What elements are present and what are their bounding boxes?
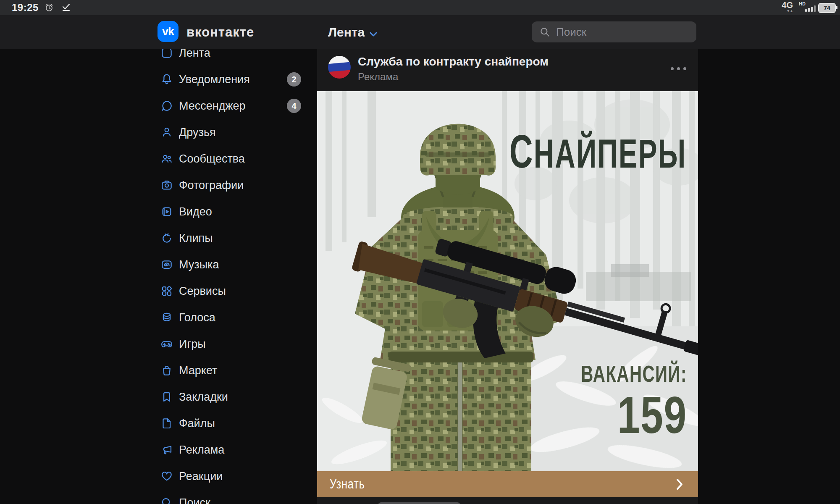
messenger-badge: 4 xyxy=(287,99,301,113)
status-bar: 19:25 4G ▼▲ HD 74 xyxy=(0,0,840,15)
sidebar-item-video[interactable]: Видео xyxy=(160,200,303,223)
sidebar-item-files[interactable]: Файлы xyxy=(160,412,303,435)
sidebar-item-label: Маркет xyxy=(179,364,217,377)
file-icon xyxy=(160,417,173,430)
sponsored-post: Служба по контракту снайпером Реклама xyxy=(317,49,698,504)
sidebar-item-label: Файлы xyxy=(179,417,215,430)
photos-icon xyxy=(160,179,173,192)
video-icon xyxy=(160,205,173,218)
chevron-down-icon[interactable] xyxy=(369,31,378,38)
feed-title-dropdown[interactable]: Лента xyxy=(328,25,365,39)
messenger-icon xyxy=(160,100,173,112)
friends-icon xyxy=(160,126,173,139)
sidebar-item-votes[interactable]: Голоса xyxy=(160,306,303,329)
sidebar-item-label: Видео xyxy=(179,205,212,218)
vk-logo-icon[interactable]: vk xyxy=(158,21,178,42)
sidebar-item-label: Реакции xyxy=(179,470,223,483)
gamepad-icon xyxy=(160,338,173,350)
check-underline-icon xyxy=(61,3,71,12)
notifications-badge: 2 xyxy=(287,72,301,87)
sidebar-item-bookmarks[interactable]: Закладки xyxy=(160,385,303,409)
sidebar-item-label: Уведомления xyxy=(179,73,250,86)
clock-time: 19:25 xyxy=(12,2,39,13)
cta-label: Узнать xyxy=(330,477,365,492)
sidebar-item-friends[interactable]: Друзья xyxy=(160,121,303,144)
hd-label: HD xyxy=(799,1,806,6)
ad-vacancies: ВАКАНСИЙ: 159 xyxy=(540,360,687,441)
sidebar-item-label: Голоса xyxy=(179,311,215,324)
top-bar: vk вконтакте Лента xyxy=(0,15,840,49)
sidebar-item-label: Игры xyxy=(179,338,206,351)
sidebar-item-services[interactable]: Сервисы xyxy=(160,279,303,303)
music-icon xyxy=(160,258,173,271)
vk-logo-wordmark[interactable]: вконтакте xyxy=(186,25,254,40)
chevron-right-icon xyxy=(675,478,684,491)
sidebar-item-label: Сервисы xyxy=(179,285,226,298)
bookmark-icon xyxy=(160,391,173,403)
megaphone-icon xyxy=(160,444,173,456)
avatar[interactable] xyxy=(328,56,351,79)
sidebar-item-label: Друзья xyxy=(179,126,216,139)
sidebar-item-search[interactable]: Поиск xyxy=(160,491,303,504)
sidebar-item-music[interactable]: Музыка xyxy=(160,253,303,276)
network-type-label: 4G xyxy=(782,1,793,9)
clips-icon xyxy=(160,232,173,244)
search-icon xyxy=(539,26,550,37)
coins-icon xyxy=(160,311,173,324)
services-icon xyxy=(160,285,173,297)
sidebar-item-reactions[interactable]: Реакции xyxy=(160,465,303,488)
post-author-title[interactable]: Служба по контракту снайпером xyxy=(358,55,549,68)
sidebar-item-label: Сообщества xyxy=(179,152,245,165)
ad-image[interactable]: СНАЙПЕРЫ ВАКАНСИЙ: 159 xyxy=(317,91,698,471)
post-ad-label: Реклама xyxy=(358,71,398,83)
ad-vacancies-value: 159 xyxy=(572,389,687,441)
sidebar-item-clips[interactable]: Клипы xyxy=(160,226,303,250)
data-arrows-icon: ▼▲ xyxy=(786,9,793,13)
post-menu-ellipsis-icon[interactable] xyxy=(671,67,686,70)
bell-icon xyxy=(160,73,173,86)
sidebar-item-label: Фотографии xyxy=(179,179,244,192)
sidebar-item-communities[interactable]: Сообщества xyxy=(160,147,303,171)
communities-icon xyxy=(160,152,173,165)
battery-icon: 74 xyxy=(818,3,836,13)
search-box[interactable] xyxy=(532,21,696,42)
market-bag-icon xyxy=(160,364,173,377)
sidebar-item-label: Музыка xyxy=(179,258,219,271)
sidebar-item-label: Клипы xyxy=(179,232,213,245)
sidebar-item-label: Закладки xyxy=(179,391,228,404)
vk-app-screen: 19:25 4G ▼▲ HD 74 vk вконтакте Лента Лен… xyxy=(0,0,840,504)
sidebar-item-messenger[interactable]: Мессенджер xyxy=(160,94,303,118)
heart-icon xyxy=(160,470,173,483)
sidebar-item-market[interactable]: Маркет xyxy=(160,359,303,382)
sidebar-item-label: Поиск xyxy=(179,496,210,504)
sidebar-item-notifications[interactable]: Уведомления xyxy=(160,68,303,91)
search-icon xyxy=(160,496,173,504)
alarm-clock-icon xyxy=(45,3,54,12)
signal-bars-icon xyxy=(805,5,816,12)
ad-headline: СНАЙПЕРЫ xyxy=(509,125,686,178)
cta-button[interactable]: Узнать xyxy=(317,471,698,497)
sidebar-item-label: Мессенджер xyxy=(179,100,246,113)
sidebar-item-label: Реклама xyxy=(179,444,224,457)
sidebar-item-ads[interactable]: Реклама xyxy=(160,438,303,462)
sidebar-item-games[interactable]: Игры xyxy=(160,332,303,356)
sidebar-item-photos[interactable]: Фотографии xyxy=(160,173,303,197)
next-element-pill xyxy=(378,502,460,504)
search-input[interactable] xyxy=(555,25,698,39)
ad-vacancies-label: ВАКАНСИЙ: xyxy=(581,360,687,387)
